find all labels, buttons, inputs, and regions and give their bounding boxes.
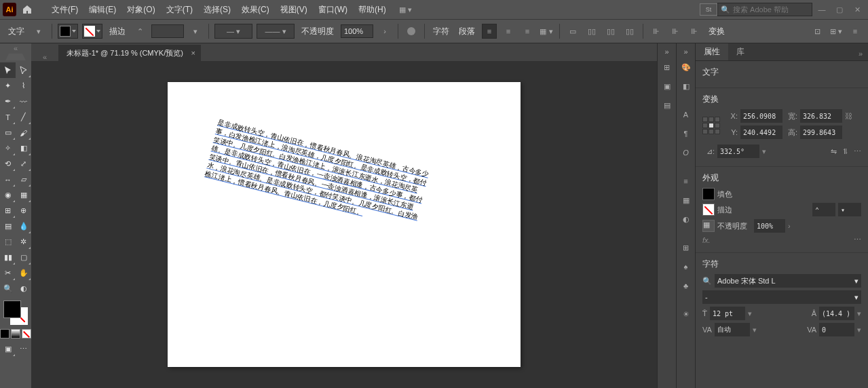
home-icon[interactable] [20,3,34,16]
stock-icon[interactable]: St [700,3,717,16]
collapse-dock2-icon[interactable]: » [679,47,694,56]
text-frame[interactable]: 是非成败转头空，青山依旧在，惯看秋月春风。浪花淘尽英雄，古今多少事，白发渔樵江渚… [204,118,430,231]
y-input[interactable]: 240.4492 [740,125,782,139]
fx-label[interactable]: fx. [702,236,711,244]
panel-appearance-icon[interactable]: ♣ [679,278,694,293]
mesh-tool[interactable]: ⊕ [16,203,31,218]
arrange-docs-icon[interactable]: ▦ ▾ [398,2,413,17]
leading-input[interactable]: (14.4 ) [819,307,854,320]
dist3-icon[interactable]: ⊪ [687,24,702,39]
close-tab-icon[interactable]: × [191,49,195,57]
paintbrush-tool[interactable]: 🖌 [16,125,31,140]
menu-object[interactable]: 对象(O) [121,0,160,19]
panel-stroke-icon[interactable]: ≡ [679,174,694,189]
isolate-icon[interactable]: ⊡ [810,24,825,39]
panel-pathfinder-icon[interactable]: ▣ [660,79,675,94]
menu-effect[interactable]: 效果(C) [236,0,275,19]
align-obj3-icon[interactable]: ▯▯ [622,24,637,39]
close-button[interactable]: ✕ [849,3,865,16]
menu-select[interactable]: 选择(S) [198,0,236,19]
magic-wand-tool[interactable]: ✦ [0,78,16,94]
opacity-arrow-icon[interactable]: › [377,24,392,39]
panel-swatches-icon[interactable]: ▦ [679,193,694,208]
panel-align-icon[interactable]: ⊞ [660,60,675,75]
char-label[interactable]: 字符 [430,26,452,37]
menu-edit[interactable]: 编辑(E) [83,0,121,19]
gradient-tool[interactable]: ▤ [0,218,16,234]
document-tab[interactable]: 未标题-1* @ 71.19 % (CMYK/预览) × [58,45,201,61]
link-wh-icon[interactable]: ⛓ [845,112,852,120]
screen-mode-tool[interactable]: ▣ [0,341,16,357]
symbol-sprayer-tool[interactable]: ✲ [16,234,31,250]
selection-tool[interactable] [0,62,16,78]
panel-gradient-icon[interactable]: ◧ [679,79,694,94]
rotate-tool[interactable]: ⟲ [0,156,16,172]
panel-paragraph-icon[interactable]: ¶ [679,126,694,141]
canvas[interactable]: 是非成败转头空，青山依旧在，惯看秋月春风。浪花淘尽英雄，古今多少事，白发渔樵江渚… [31,61,657,388]
column-graph-tool[interactable]: ▮▮ [0,250,16,265]
panel-layers-icon[interactable]: ☀ [679,307,694,322]
artboard[interactable]: 是非成败转头空，青山依旧在，惯看秋月春风。浪花淘尽英雄，古今多少事，白发渔樵江渚… [168,82,521,367]
para-label[interactable]: 段落 [456,26,478,37]
flip-vertical-icon[interactable]: ⥮ [842,147,848,156]
align-left-icon[interactable]: ≡ [482,24,497,39]
scale-tool[interactable]: ⤢ [16,156,31,172]
slice-tool[interactable]: ✂ [0,265,16,281]
direct-selection-tool[interactable] [16,62,31,78]
reference-point[interactable] [702,117,720,134]
blend-tool[interactable]: ⬚ [0,234,16,250]
opacity-value-panel[interactable]: 100% [754,219,785,233]
eyedropper-tool[interactable]: 💧 [16,218,31,234]
menu-file[interactable]: 文件(F) [46,0,83,19]
tab-properties[interactable]: 属性 [696,43,728,60]
x-input[interactable]: 256.0908 [740,109,782,123]
align-obj1-icon[interactable]: ▯▯ [584,24,599,39]
appearance-more-icon[interactable]: ⋯ [854,235,861,244]
free-transform-tool[interactable]: ▱ [16,172,31,187]
mode-gradient[interactable] [11,329,20,338]
mode-color[interactable] [0,329,10,338]
stroke-style-icon[interactable]: —— ▾ [257,24,295,39]
shape-builder-tool[interactable]: ◉ [0,187,16,203]
eraser-tool[interactable]: ◧ [16,140,31,156]
fill-swatch-panel[interactable] [702,188,715,200]
menu-window[interactable]: 窗口(W) [313,0,353,19]
align-justify-icon[interactable]: ▦ ▾ [539,24,554,39]
recolor-icon[interactable] [404,24,419,39]
dist1-icon[interactable]: ⊪ [649,24,664,39]
font-search-icon[interactable]: 🔍 [702,277,712,286]
sel-similar-icon[interactable]: ⊞ ▾ [829,24,844,39]
panel-color-icon[interactable]: 🎨 [679,60,694,75]
artboard-tool[interactable]: ▢ [16,250,31,265]
align-center-icon[interactable]: ≡ [501,24,516,39]
pen-tool[interactable]: ✒ [0,94,16,109]
stroke-weight-link-icon[interactable]: ⌃ [132,24,147,39]
font-style-input[interactable]: -▾ [702,290,861,304]
live-paint-tool[interactable]: ▦ [16,187,31,203]
rectangle-tool[interactable]: ▭ [0,125,16,140]
width-input[interactable]: 326.832 [800,109,842,123]
panel-brushes-icon[interactable]: ▤ [660,98,675,113]
toolbar-tab[interactable] [0,52,31,62]
menu-view[interactable]: 视图(V) [275,0,313,19]
search-input[interactable]: 🔍 搜索 Adobe 帮助 [717,3,812,16]
fill-stroke-box[interactable] [2,299,29,326]
stroke-swatch[interactable] [82,24,102,39]
width-tool[interactable]: ↔ [0,172,16,187]
maximize-button[interactable]: ▢ [831,3,848,16]
opacity-input[interactable]: 100% [341,24,373,38]
panel-opentype-icon[interactable]: O [679,145,694,160]
align-obj2-icon[interactable]: ▯▯ [603,24,618,39]
stroke-swatch-panel[interactable] [702,203,715,216]
flip-horizontal-icon[interactable]: ⇋ [831,147,837,156]
type-tool[interactable]: T [0,109,16,125]
minimize-button[interactable]: — [814,3,830,16]
fill-swatch[interactable] [58,24,78,39]
dist2-icon[interactable]: ⊪ [668,24,683,39]
panel-symbols-icon[interactable]: ⊞ [679,240,694,255]
zoom-tool[interactable]: 🔍 [0,281,16,296]
panel-collapse-icon[interactable]: » [853,47,868,60]
menu-type[interactable]: 文字(T) [161,0,198,19]
doc-collapse-icon[interactable]: « [31,53,58,61]
font-size-input[interactable]: 12 pt [710,307,745,320]
